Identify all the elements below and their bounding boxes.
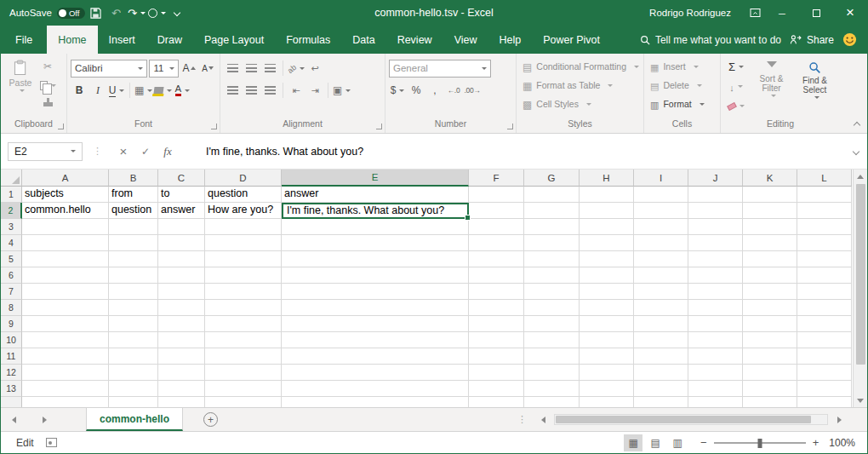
cell[interactable] bbox=[688, 267, 743, 284]
cell[interactable] bbox=[22, 397, 109, 407]
row-header-8[interactable]: 8 bbox=[1, 300, 22, 316]
cell[interactable] bbox=[22, 348, 109, 365]
font-color-button[interactable]: A bbox=[174, 81, 191, 100]
cell[interactable] bbox=[22, 316, 109, 332]
cell[interactable] bbox=[634, 397, 688, 407]
cell[interactable] bbox=[743, 332, 797, 348]
cell[interactable] bbox=[688, 300, 743, 316]
cell[interactable] bbox=[524, 267, 580, 284]
font-dialog-launcher-icon[interactable] bbox=[211, 124, 217, 129]
minimize-button[interactable] bbox=[765, 0, 799, 26]
wrap-text-button[interactable] bbox=[306, 59, 323, 78]
align-top-button[interactable] bbox=[224, 59, 241, 78]
cell[interactable] bbox=[22, 251, 109, 267]
maximize-button[interactable] bbox=[799, 0, 833, 26]
cell[interactable] bbox=[469, 251, 524, 267]
increase-font-size-button[interactable]: A bbox=[180, 59, 197, 78]
cell[interactable] bbox=[688, 251, 743, 267]
cell[interactable] bbox=[634, 332, 688, 348]
cell[interactable] bbox=[634, 365, 688, 381]
zoom-out-button[interactable] bbox=[700, 436, 707, 449]
collapse-ribbon-icon[interactable] bbox=[854, 122, 860, 129]
align-right-button[interactable] bbox=[261, 81, 278, 100]
cell[interactable] bbox=[580, 381, 634, 397]
cell[interactable] bbox=[743, 300, 797, 316]
cell[interactable] bbox=[688, 187, 743, 203]
cell[interactable] bbox=[743, 251, 797, 267]
row-header-1[interactable]: 1 bbox=[1, 187, 22, 203]
macro-record-icon[interactable] bbox=[46, 438, 57, 447]
cell[interactable] bbox=[743, 267, 797, 284]
cell[interactable] bbox=[282, 219, 469, 235]
cell[interactable] bbox=[158, 381, 205, 397]
cell[interactable] bbox=[634, 187, 688, 203]
cell[interactable] bbox=[524, 397, 580, 407]
cell-d1[interactable]: question bbox=[205, 187, 282, 203]
increase-decimal-button[interactable]: ←.0 bbox=[445, 81, 462, 100]
expand-formula-bar-icon[interactable] bbox=[853, 147, 859, 154]
close-button[interactable] bbox=[833, 0, 867, 26]
cell[interactable] bbox=[469, 397, 524, 407]
cell[interactable] bbox=[580, 365, 634, 381]
alignment-dialog-launcher-icon[interactable] bbox=[376, 124, 382, 129]
cell[interactable] bbox=[743, 365, 797, 381]
cell[interactable] bbox=[580, 203, 634, 219]
number-dialog-launcher-icon[interactable] bbox=[507, 124, 513, 129]
cell[interactable] bbox=[743, 316, 797, 332]
cell[interactable] bbox=[524, 332, 580, 348]
cell[interactable] bbox=[282, 316, 469, 332]
cell[interactable] bbox=[158, 365, 205, 381]
cell[interactable] bbox=[22, 332, 109, 348]
cell[interactable] bbox=[743, 397, 797, 407]
currency-format-button[interactable]: $ bbox=[389, 81, 406, 100]
column-header-c[interactable]: C bbox=[158, 170, 205, 187]
row-header-10[interactable]: 10 bbox=[1, 332, 22, 348]
new-sheet-button[interactable] bbox=[203, 412, 218, 427]
tab-home[interactable]: Home bbox=[47, 26, 97, 54]
cell[interactable] bbox=[580, 300, 634, 316]
cell[interactable] bbox=[205, 300, 282, 316]
cell[interactable] bbox=[22, 381, 109, 397]
cell[interactable] bbox=[524, 187, 580, 203]
cell[interactable] bbox=[580, 284, 634, 300]
cell[interactable] bbox=[158, 267, 205, 284]
scroll-down-button[interactable] bbox=[854, 394, 867, 407]
tab-scrollbar-divider-icon[interactable] bbox=[517, 414, 527, 425]
font-size-select[interactable]: 11 bbox=[149, 60, 179, 78]
bold-button[interactable]: B bbox=[71, 81, 88, 100]
cell[interactable] bbox=[158, 332, 205, 348]
clipboard-dialog-launcher-icon[interactable] bbox=[58, 124, 64, 129]
enter-button[interactable] bbox=[134, 142, 157, 161]
comma-format-button[interactable]: , bbox=[426, 81, 443, 100]
cell[interactable] bbox=[743, 381, 797, 397]
cell[interactable] bbox=[580, 348, 634, 365]
customize-quick-access-button[interactable] bbox=[168, 3, 186, 23]
row-header-9[interactable]: 9 bbox=[1, 316, 22, 332]
cell[interactable] bbox=[109, 332, 158, 348]
cell[interactable] bbox=[634, 267, 688, 284]
undo-button[interactable] bbox=[106, 3, 125, 23]
cell[interactable] bbox=[469, 300, 524, 316]
row-header-13[interactable]: 13 bbox=[1, 381, 22, 397]
underline-button[interactable]: U bbox=[108, 81, 125, 100]
cell[interactable] bbox=[158, 348, 205, 365]
align-bottom-button[interactable] bbox=[261, 59, 278, 78]
cell[interactable] bbox=[580, 251, 634, 267]
cell[interactable] bbox=[634, 251, 688, 267]
cell[interactable] bbox=[688, 284, 743, 300]
cell[interactable] bbox=[634, 284, 688, 300]
orientation-button[interactable] bbox=[288, 59, 305, 78]
cell[interactable] bbox=[158, 251, 205, 267]
touch-mode-button[interactable] bbox=[147, 3, 166, 23]
cell[interactable] bbox=[158, 397, 205, 407]
cell[interactable] bbox=[282, 397, 469, 407]
delete-cells-button[interactable]: Delete bbox=[648, 76, 717, 95]
cell[interactable] bbox=[743, 219, 797, 235]
cell[interactable] bbox=[797, 203, 852, 219]
cell[interactable] bbox=[524, 381, 580, 397]
zoom-slider[interactable] bbox=[714, 442, 806, 444]
cell[interactable] bbox=[109, 348, 158, 365]
cell[interactable] bbox=[158, 235, 205, 251]
cell[interactable] bbox=[469, 381, 524, 397]
cell[interactable] bbox=[469, 219, 524, 235]
